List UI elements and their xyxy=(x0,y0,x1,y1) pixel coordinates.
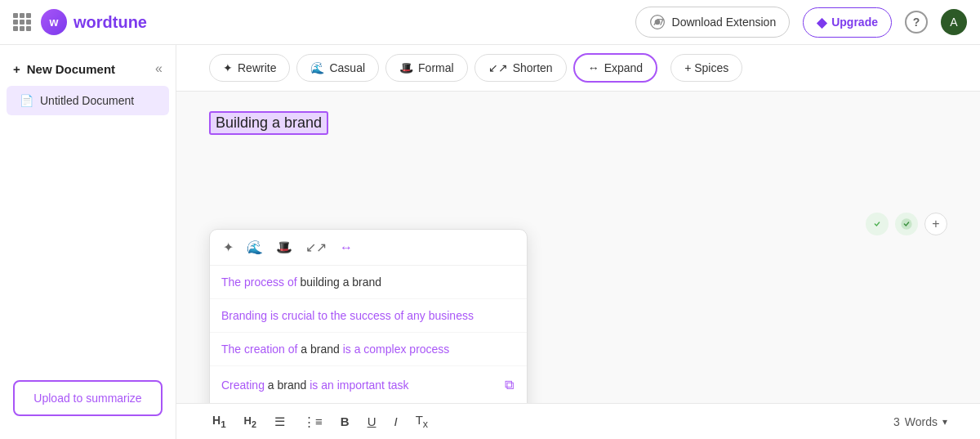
word-count-area[interactable]: 3 Words ▾ xyxy=(893,415,947,428)
svg-point-3 xyxy=(901,218,911,229)
clear-format-button[interactable]: Tx xyxy=(412,411,431,432)
shorten-label: Shorten xyxy=(513,61,553,74)
sidebar-header: + New Document « xyxy=(0,55,176,86)
download-ext-label: Download Extension xyxy=(672,16,777,29)
suggestion-item-1[interactable]: The process of building a brand xyxy=(210,266,527,299)
upload-to-summarize-button[interactable]: Upload to summarize xyxy=(13,380,163,416)
svg-point-2 xyxy=(871,218,882,229)
avatar[interactable]: A xyxy=(941,9,967,35)
h1-button[interactable]: H1 xyxy=(209,412,229,431)
italic-button[interactable]: I xyxy=(390,413,400,430)
plus-icon: + xyxy=(13,62,20,76)
ordered-list-button[interactable]: ⋮≡ xyxy=(300,413,326,431)
popup-formal-btn[interactable]: 🎩 xyxy=(274,238,294,257)
rewrite-icon: ✦ xyxy=(223,61,233,74)
suggestion-text-1: The process of building a brand xyxy=(221,275,381,289)
popup-casual-btn[interactable]: 🌊 xyxy=(245,238,265,257)
upgrade-button[interactable]: ◆ Upgrade xyxy=(803,7,892,38)
formal-label: Formal xyxy=(418,61,454,74)
editor-toolbar: ✦ Rewrite 🌊 Casual 🎩 Formal ↙↗ Shorten ↔… xyxy=(176,45,980,92)
spices-button[interactable]: + Spices xyxy=(670,54,742,82)
bottom-toolbar: H1 H2 ☰ ⋮≡ B U I Tx 3 Words ▾ xyxy=(176,403,980,439)
shorten-icon: ↙↗ xyxy=(488,61,508,74)
sidebar: + New Document « 📄 Untitled Document Upl… xyxy=(0,45,176,439)
shorten-button[interactable]: ↙↗ Shorten xyxy=(474,54,567,82)
grid-icon[interactable] xyxy=(13,13,31,31)
new-document-button[interactable]: + New Document xyxy=(13,62,115,76)
selected-text[interactable]: Building a brand xyxy=(209,111,328,135)
sidebar-bottom: Upload to summarize xyxy=(0,367,176,429)
expand-label: Expand xyxy=(604,61,643,74)
spices-label: + Spices xyxy=(684,61,728,74)
editor-side-icons: + xyxy=(866,213,947,235)
suggestion-item-4[interactable]: Creating a brand is an important task ⧉ xyxy=(210,366,527,403)
suggestion-item-3[interactable]: The creation of a brand is a complex pro… xyxy=(210,333,527,366)
new-doc-label: New Document xyxy=(27,62,115,76)
bold-button[interactable]: B xyxy=(337,413,353,430)
download-extension-button[interactable]: Download Extension xyxy=(635,7,791,38)
popup-toolbar: ✦ 🌊 🎩 ↙↗ ↔ xyxy=(210,230,527,266)
diamond-icon: ◆ xyxy=(817,15,826,30)
expand-icon: ↔ xyxy=(588,61,599,74)
header-right: Download Extension ◆ Upgrade ? A xyxy=(635,7,967,38)
sidebar-item-untitled[interactable]: 📄 Untitled Document xyxy=(7,86,169,115)
collapse-label: « xyxy=(155,61,163,75)
word-count-number: 3 xyxy=(893,415,900,428)
chevron-down-icon: ▾ xyxy=(942,416,947,428)
rewrite-label: Rewrite xyxy=(238,61,276,74)
help-button[interactable]: ? xyxy=(905,11,928,34)
add-icon-button[interactable]: + xyxy=(924,213,947,235)
format-tools: H1 H2 ☰ ⋮≡ B U I Tx xyxy=(209,411,431,432)
doc-item-label: Untitled Document xyxy=(40,94,134,107)
suggestions-popup: ✦ 🌊 🎩 ↙↗ ↔ The process of building a bra… xyxy=(209,229,528,403)
collapse-sidebar-button[interactable]: « xyxy=(155,61,163,76)
header-left: w wordtune xyxy=(13,9,147,35)
chrome-icon xyxy=(649,14,666,30)
grammarly-icon[interactable] xyxy=(866,213,889,235)
logo-icon: w xyxy=(41,9,67,35)
casual-label: Casual xyxy=(329,61,365,74)
suggestion-item-2[interactable]: Branding is crucial to the success of an… xyxy=(210,299,527,333)
suggestion-text-2: Branding is crucial to the success of an… xyxy=(221,309,474,322)
bullet-list-button[interactable]: ☰ xyxy=(271,413,288,431)
words-label: Words xyxy=(905,415,938,428)
help-label: ? xyxy=(913,16,920,29)
casual-icon: 🌊 xyxy=(310,61,324,74)
green-circle-icon[interactable] xyxy=(895,213,918,235)
popup-expand-btn[interactable]: ↔ xyxy=(338,239,354,257)
h2-button[interactable]: H2 xyxy=(241,413,260,431)
upload-label: Upload to summarize xyxy=(33,392,141,405)
popup-shorten-btn[interactable]: ↙↗ xyxy=(304,238,328,257)
underline-button[interactable]: U xyxy=(364,413,380,430)
editor-area: ✦ Rewrite 🌊 Casual 🎩 Formal ↙↗ Shorten ↔… xyxy=(176,45,980,439)
suggestion-text-4: Creating a brand is an important task xyxy=(221,379,409,392)
rewrite-button[interactable]: ✦ Rewrite xyxy=(209,54,290,82)
casual-button[interactable]: 🌊 Casual xyxy=(296,54,379,82)
main-layout: + New Document « 📄 Untitled Document Upl… xyxy=(0,45,980,439)
expand-button[interactable]: ↔ Expand xyxy=(573,53,657,83)
logo-text: wordtune xyxy=(74,13,147,32)
popup-rewrite-btn[interactable]: ✦ xyxy=(221,238,235,257)
copy-button[interactable]: ⧉ xyxy=(503,376,515,394)
formal-button[interactable]: 🎩 Formal xyxy=(385,54,468,82)
document-icon: 📄 xyxy=(20,94,33,107)
header: w wordtune Download Extension ◆ Upgrade … xyxy=(0,0,980,45)
suggestion-text-3: The creation of a brand is a complex pro… xyxy=(221,343,449,356)
upgrade-label: Upgrade xyxy=(831,16,878,29)
formal-icon: 🎩 xyxy=(399,61,413,74)
editor-content[interactable]: Building a brand + xyxy=(176,92,980,403)
